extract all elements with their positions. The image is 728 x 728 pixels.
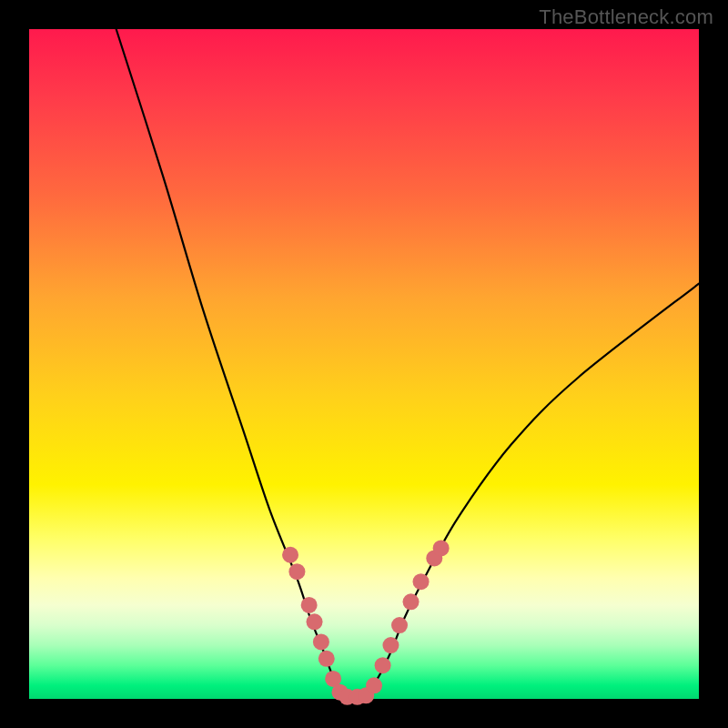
highlight-dot [318, 651, 335, 667]
highlight-dot [301, 597, 318, 613]
highlight-dot [413, 573, 430, 590]
highlight-dot [403, 593, 420, 610]
highlight-dot [391, 617, 408, 633]
highlight-dot [382, 637, 399, 653]
highlight-dot [375, 657, 391, 673]
chart-svg [29, 29, 699, 699]
highlight-dot [288, 563, 305, 580]
highlight-dot [366, 677, 382, 693]
plot-area [29, 29, 699, 699]
highlight-dot [307, 613, 323, 630]
highlight-dot [313, 633, 329, 650]
highlight-dots-group [282, 540, 450, 704]
highlight-dot [433, 540, 450, 556]
watermark-text: TheBottleneck.com [539, 5, 713, 29]
highlight-dot [282, 547, 298, 563]
chart-frame: TheBottleneck.com [0, 0, 728, 728]
